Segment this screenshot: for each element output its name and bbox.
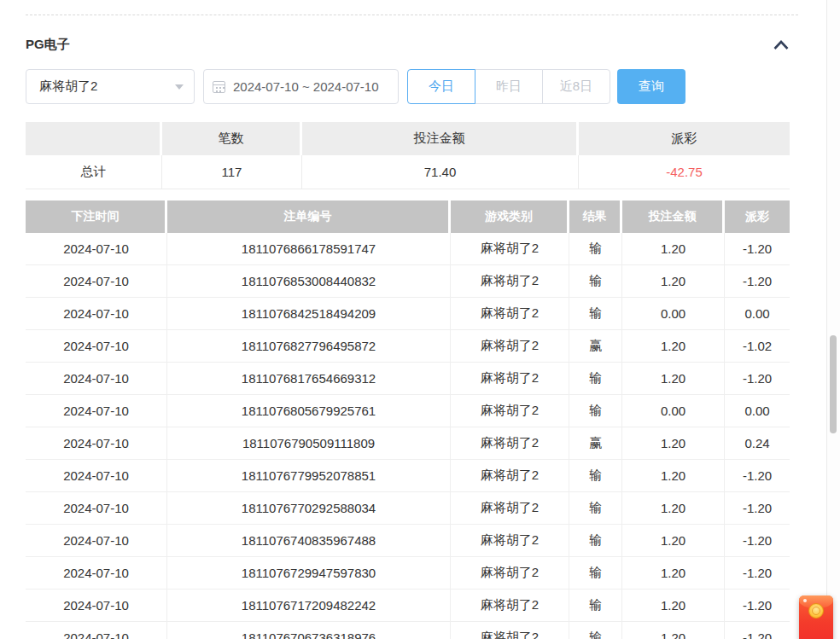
header-bet-amount: 投注金额 [622, 200, 725, 233]
cell-payout: -1.20 [725, 265, 790, 297]
header-result: 结果 [569, 200, 622, 233]
summary-header-count: 笔数 [162, 122, 302, 155]
bet-records-body: 2024-07-10 1811076866178591747 麻将胡了2 输 1… [26, 233, 790, 639]
collapse-panel-button[interactable] [773, 39, 790, 50]
cell-game-type: 麻将胡了2 [451, 590, 569, 621]
cell-bet-amount: 1.20 [622, 363, 725, 394]
summary-total-bet-amount: 71.40 [302, 155, 579, 189]
cell-bet-time: 2024-07-10 [26, 590, 167, 621]
cell-result: 输 [569, 557, 622, 589]
calendar-icon [213, 81, 225, 93]
table-row: 2024-07-10 1811076805679925761 麻将胡了2 输 0… [26, 395, 790, 427]
gold-coin-icon [808, 603, 824, 619]
cell-game-type: 麻将胡了2 [451, 363, 569, 394]
cell-bet-amount: 1.20 [622, 265, 725, 297]
cell-game-type: 麻将胡了2 [451, 395, 569, 427]
cell-payout: 0.00 [725, 395, 790, 427]
table-row: 2024-07-10 1811076817654669312 麻将胡了2 输 1… [26, 363, 790, 395]
summary-header-bet-amount: 投注金额 [302, 122, 579, 155]
cell-bet-id: 1811076853008440832 [167, 265, 451, 297]
cell-result: 输 [569, 265, 622, 297]
cell-bet-id: 1811076866178591747 [167, 233, 451, 264]
cell-bet-time: 2024-07-10 [26, 492, 167, 524]
cell-payout: -1.20 [725, 233, 790, 264]
today-button[interactable]: 今日 [407, 69, 475, 104]
cell-bet-time: 2024-07-10 [26, 265, 167, 297]
cell-game-type: 麻将胡了2 [451, 460, 569, 491]
game-select-value: 麻将胡了2 [39, 78, 97, 95]
cell-game-type: 麻将胡了2 [451, 492, 569, 524]
cell-bet-time: 2024-07-10 [26, 525, 167, 556]
cell-game-type: 麻将胡了2 [451, 525, 569, 556]
summary-header-blank [26, 122, 162, 155]
cell-payout: -1.20 [725, 590, 790, 621]
cell-bet-id: 1811076729947597830 [167, 557, 451, 589]
cell-game-type: 麻将胡了2 [451, 298, 569, 329]
red-envelope-icon[interactable] [799, 595, 833, 639]
cell-payout: -1.02 [725, 330, 790, 362]
cell-bet-time: 2024-07-10 [26, 622, 167, 639]
table-row: 2024-07-10 1811076853008440832 麻将胡了2 输 1… [26, 265, 790, 298]
cell-bet-time: 2024-07-10 [26, 395, 167, 427]
cell-result: 输 [569, 363, 622, 394]
table-row: 2024-07-10 1811076729947597830 麻将胡了2 输 1… [26, 557, 790, 590]
cell-bet-id: 1811076740835967488 [167, 525, 451, 556]
cell-bet-id: 1811076779952078851 [167, 460, 451, 491]
cell-bet-time: 2024-07-10 [26, 363, 167, 394]
cell-result: 赢 [569, 330, 622, 362]
cell-payout: -1.20 [725, 557, 790, 589]
section-divider [26, 15, 798, 15]
cell-game-type: 麻将胡了2 [451, 265, 569, 297]
scrollbar-track[interactable] [826, 0, 840, 639]
cell-bet-id: 1811076717209482242 [167, 590, 451, 621]
page-title: PG电子 [26, 37, 70, 53]
cell-game-type: 麻将胡了2 [451, 427, 569, 459]
table-row: 2024-07-10 1811076770292588034 麻将胡了2 输 1… [26, 492, 790, 525]
red-envelope-dot [803, 599, 807, 602]
table-row: 2024-07-10 1811076790509111809 麻将胡了2 赢 1… [26, 427, 790, 460]
cell-payout: -1.20 [725, 363, 790, 394]
cell-result: 输 [569, 590, 622, 621]
cell-bet-id: 1811076805679925761 [167, 395, 451, 427]
summary-table-header: 笔数 投注金额 派彩 [26, 122, 790, 155]
header-bet-time: 下注时间 [26, 200, 167, 233]
cell-bet-amount: 0.00 [622, 298, 725, 329]
table-row: 2024-07-10 1811076842518494209 麻将胡了2 输 0… [26, 298, 790, 330]
game-select[interactable]: 麻将胡了2 [26, 69, 195, 104]
header-game-type: 游戏类别 [451, 200, 569, 233]
cell-bet-time: 2024-07-10 [26, 427, 167, 459]
cell-payout: -1.20 [725, 492, 790, 524]
yesterday-button[interactable]: 昨日 [475, 69, 543, 104]
summary-total-row: 总计 117 71.40 -42.75 [26, 155, 790, 189]
cell-bet-amount: 1.20 [622, 427, 725, 459]
cell-bet-amount: 1.20 [622, 233, 725, 264]
cell-game-type: 麻将胡了2 [451, 557, 569, 589]
cell-bet-id: 1811076770292588034 [167, 492, 451, 524]
bet-records-header: 下注时间 注单编号 游戏类别 结果 投注金额 派彩 [26, 200, 790, 233]
cell-bet-amount: 1.20 [622, 590, 725, 621]
search-button[interactable]: 查询 [617, 69, 685, 104]
cell-bet-id: 1811076790509111809 [167, 427, 451, 459]
cell-result: 输 [569, 298, 622, 329]
scrollbar-thumb[interactable] [830, 335, 837, 433]
last-8-days-button[interactable]: 近8日 [542, 69, 610, 104]
caret-down-icon [175, 84, 184, 90]
summary-total-payout: -42.75 [579, 155, 790, 189]
cell-result: 输 [569, 525, 622, 556]
date-range-value: 2024-07-10 ~ 2024-07-10 [233, 79, 379, 94]
date-range-input[interactable]: 2024-07-10 ~ 2024-07-10 [203, 69, 399, 104]
cell-bet-amount: 1.20 [622, 330, 725, 362]
cell-payout: 0.00 [725, 298, 790, 329]
cell-bet-id: 1811076827796495872 [167, 330, 451, 362]
cell-bet-id: 1811076706736318976 [167, 622, 451, 639]
table-row: 2024-07-10 1811076866178591747 麻将胡了2 输 1… [26, 233, 790, 265]
summary-total-count: 117 [162, 155, 302, 189]
cell-result: 赢 [569, 427, 622, 459]
table-row: 2024-07-10 1811076717209482242 麻将胡了2 输 1… [26, 590, 790, 622]
cell-payout: -1.20 [725, 525, 790, 556]
table-row: 2024-07-10 1811076740835967488 麻将胡了2 输 1… [26, 525, 790, 557]
cell-bet-id: 1811076817654669312 [167, 363, 451, 394]
cell-result: 输 [569, 460, 622, 491]
cell-payout: 0.24 [725, 427, 790, 459]
records-panel: PG电子 麻将胡了2 2024-07-10 ~ 2024-07-10 今日 昨日… [0, 15, 840, 639]
